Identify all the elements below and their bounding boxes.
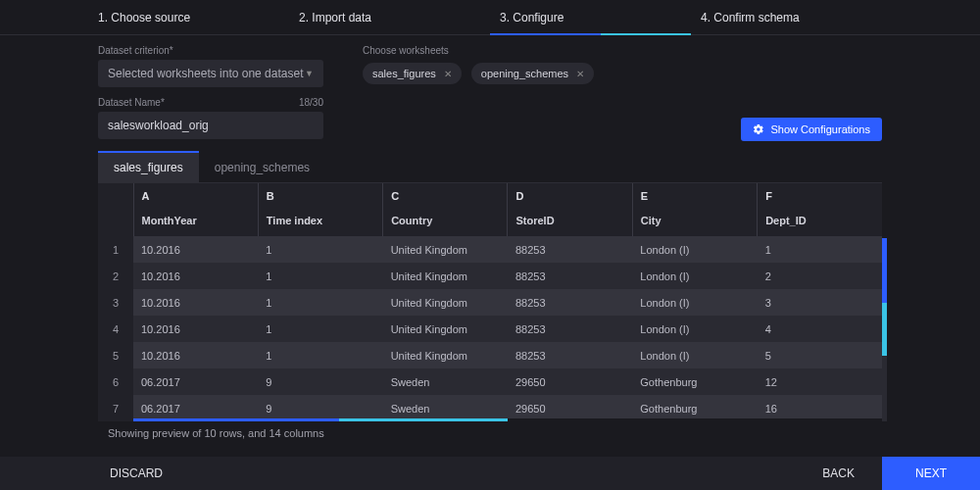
tab-opening-schemes[interactable]: opening_schemes [199, 153, 325, 182]
vertical-scrollbar[interactable] [882, 238, 887, 421]
step-confirm-schema[interactable]: 4. Confirm schema [691, 0, 892, 34]
table-cell[interactable]: 1 [758, 236, 882, 263]
col-header[interactable]: Dept_ID [758, 209, 882, 236]
wizard-stepper: 1. Choose source 2. Import data 3. Confi… [0, 0, 980, 35]
table-cell[interactable]: Sweden [383, 368, 508, 395]
table-cell[interactable]: 1 [258, 236, 382, 263]
dataset-criterion-field: Dataset criterion* Selected worksheets i… [98, 45, 323, 87]
table-cell[interactable]: 10.2016 [133, 263, 258, 289]
chevron-down-icon: ▼ [305, 69, 314, 78]
table-cell[interactable]: 88253 [508, 316, 632, 342]
table-cell[interactable]: 4 [758, 316, 882, 342]
worksheet-chip[interactable]: opening_schemes ✕ [471, 63, 594, 84]
table-row[interactable]: 510.20161United Kingdom88253London (I)5 [98, 342, 882, 368]
table-row[interactable]: 606.20179Sweden29650Gothenburg12 [98, 368, 882, 395]
table-cell[interactable]: 1 [258, 263, 382, 289]
table-cell[interactable]: London (I) [632, 263, 757, 289]
table-cell[interactable]: London (I) [632, 342, 757, 368]
table-cell[interactable]: 1 [258, 342, 382, 368]
field-label: Choose worksheets [363, 45, 594, 56]
table-cell[interactable]: 88253 [508, 342, 632, 368]
close-icon[interactable]: ✕ [444, 69, 452, 79]
table-cell[interactable]: 16 [758, 395, 882, 421]
col-letter: D [508, 183, 632, 209]
table-cell[interactable]: 5 [758, 342, 882, 368]
table-cell[interactable]: United Kingdom [383, 342, 508, 368]
tab-sales-figures[interactable]: sales_figures [98, 151, 199, 182]
table-cell[interactable]: United Kingdom [383, 289, 508, 316]
table-cell[interactable]: 2 [758, 263, 882, 289]
next-button[interactable]: NEXT [882, 457, 980, 490]
col-letter: E [632, 183, 757, 209]
show-configurations-button[interactable]: Show Configurations [741, 118, 882, 141]
gear-icon [753, 123, 764, 135]
field-label: Dataset Name* [98, 97, 165, 108]
scrollbar-thumb[interactable] [882, 238, 887, 356]
worksheet-chips: sales_figures ✕ opening_schemes ✕ [363, 60, 594, 87]
table-cell[interactable]: London (I) [632, 316, 757, 342]
choose-worksheets-field: Choose worksheets sales_figures ✕ openin… [363, 45, 594, 87]
table-cell[interactable]: 88253 [508, 289, 632, 316]
table-cell[interactable]: 12 [758, 368, 882, 395]
table-cell[interactable]: Gothenburg [632, 395, 757, 421]
table-cell[interactable]: London (I) [632, 236, 757, 263]
preview-note: Showing preview of 10 rows, and 14 colum… [108, 427, 882, 439]
table-cell[interactable]: 29650 [508, 395, 632, 421]
table-cell[interactable]: 3 [758, 289, 882, 316]
table-cell[interactable]: Sweden [383, 395, 508, 421]
field-label: Dataset criterion* [98, 45, 323, 56]
col-header[interactable]: StoreID [508, 209, 632, 236]
table-cell[interactable]: 9 [258, 395, 382, 421]
step-import-data[interactable]: 2. Import data [289, 0, 490, 34]
table-cell[interactable]: 29650 [508, 368, 632, 395]
step-choose-source[interactable]: 1. Choose source [88, 0, 289, 34]
close-icon[interactable]: ✕ [576, 69, 584, 79]
scrollbar-thumb[interactable] [133, 418, 508, 421]
table-cell[interactable]: United Kingdom [383, 236, 508, 263]
table-cell[interactable]: 06.2017 [133, 395, 258, 421]
column-letter-row: A B C D E F [98, 183, 882, 209]
dataset-name-input[interactable] [98, 112, 323, 139]
table-cell[interactable]: 06.2017 [133, 368, 258, 395]
table-cell[interactable]: 1 [258, 289, 382, 316]
col-letter: F [758, 183, 882, 209]
table-cell[interactable]: London (I) [632, 289, 757, 316]
horizontal-scrollbar[interactable] [133, 418, 882, 421]
table-cell[interactable]: 10.2016 [133, 342, 258, 368]
dataset-criterion-select[interactable]: Selected worksheets into one dataset ▼ [98, 60, 323, 87]
table-row[interactable]: 210.20161United Kingdom88253London (I)2 [98, 263, 882, 289]
table-cell[interactable]: 10.2016 [133, 236, 258, 263]
table-cell[interactable]: United Kingdom [383, 316, 508, 342]
table-row[interactable]: 310.20161United Kingdom88253London (I)3 [98, 289, 882, 316]
button-label: NEXT [915, 466, 947, 480]
table-cell[interactable]: Gothenburg [632, 368, 757, 395]
table-cell[interactable]: 1 [258, 316, 382, 342]
table-row[interactable]: 410.20161United Kingdom88253London (I)4 [98, 316, 882, 342]
col-header[interactable]: Country [383, 209, 508, 236]
table-cell[interactable]: 10.2016 [133, 316, 258, 342]
col-header[interactable]: Time index [258, 209, 382, 236]
wizard-footer: DISCARD BACK NEXT [0, 457, 980, 490]
step-label: 3. Configure [500, 11, 564, 24]
table-cell[interactable]: 88253 [508, 263, 632, 289]
table-cell[interactable]: 88253 [508, 236, 632, 263]
step-configure[interactable]: 3. Configure [490, 0, 691, 34]
col-letter: B [258, 183, 382, 209]
tab-label: sales_figures [114, 161, 183, 174]
col-header[interactable]: City [632, 209, 757, 236]
row-number: 7 [98, 395, 133, 421]
preview-table-wrap: A B C D E F MonthYear Time index Country… [98, 183, 882, 421]
button-label: BACK [822, 466, 855, 480]
back-button[interactable]: BACK [795, 457, 882, 490]
discard-button[interactable]: DISCARD [88, 457, 184, 490]
row-number: 4 [98, 316, 133, 342]
row-number: 1 [98, 236, 133, 263]
step-label: 1. Choose source [98, 11, 190, 24]
table-row[interactable]: 110.20161United Kingdom88253London (I)1 [98, 236, 882, 263]
table-row[interactable]: 706.20179Sweden29650Gothenburg16 [98, 395, 882, 421]
col-header[interactable]: MonthYear [133, 209, 258, 236]
table-cell[interactable]: 9 [258, 368, 382, 395]
worksheet-chip[interactable]: sales_figures ✕ [363, 63, 462, 84]
table-cell[interactable]: 10.2016 [133, 289, 258, 316]
table-cell[interactable]: United Kingdom [383, 263, 508, 289]
